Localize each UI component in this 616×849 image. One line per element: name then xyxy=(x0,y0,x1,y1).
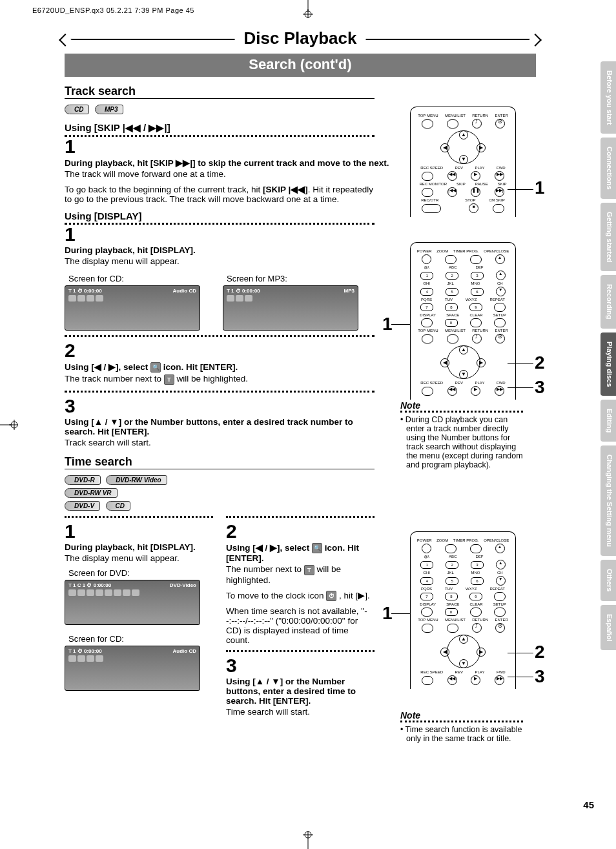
callout-r2-1: 1 xyxy=(382,314,393,334)
badge-dvdr: DVD-R xyxy=(65,475,101,485)
screen-cd-caption: Screen for CD: xyxy=(68,274,210,283)
tab-others[interactable]: Others xyxy=(601,560,616,600)
t-icon: T xyxy=(164,374,174,385)
callout-r2-3: 3 xyxy=(535,377,545,398)
using-display: Using [DISPLAY] xyxy=(65,210,375,225)
time-step2-number: 2 xyxy=(226,522,375,541)
clock-icon: ⏱ xyxy=(326,591,336,601)
remote-diagram-3: POWERZOOMTIMER PROG.OPEN/CLOSE ▲ @/.ABCD… xyxy=(410,531,516,689)
separator xyxy=(226,650,375,652)
note-track-search: Note • During CD playback you can enter … xyxy=(400,400,523,469)
badge-mp3: MP3 xyxy=(95,105,124,114)
text: To go back to the beginning of the curre… xyxy=(65,185,263,194)
cropmark-bottom xyxy=(295,831,321,849)
time-step1-detail: The display menu will appear. xyxy=(65,553,213,563)
badge-cd: CD xyxy=(106,501,130,511)
separator xyxy=(65,334,375,337)
note-text: • During CD playback you can enter a tra… xyxy=(400,415,523,469)
title-rule: Disc Playback xyxy=(65,39,536,60)
time-step2-instruction: Using [◀ / ▶], select 🔍 icon. Hit [ENTER… xyxy=(226,542,375,563)
screen-mp3-caption: Screen for MP3: xyxy=(227,274,368,283)
tab-editing[interactable]: Editing xyxy=(601,400,616,442)
tab-espanol[interactable]: Español xyxy=(601,605,616,651)
section-track-search: Track search xyxy=(65,85,375,99)
screen-cd-right: Audio CD xyxy=(173,288,196,294)
using-skip: Using [SKIP |◀◀ / ▶▶|] xyxy=(65,122,375,137)
cropmark-top xyxy=(295,0,321,18)
badge-dvdrw-video: DVD-RW Video xyxy=(106,475,167,485)
badge-dvdrw-vr: DVD-RW VR xyxy=(65,488,118,498)
time-step3-number: 3 xyxy=(226,656,375,675)
note-title: Note xyxy=(400,400,523,413)
step1-extra: To go back to the beginning of the curre… xyxy=(65,184,375,204)
badge-cd: CD xyxy=(65,105,89,114)
callout-1: 1 xyxy=(535,178,545,198)
screen-cd2-right: Audio CD xyxy=(173,648,196,654)
callout-r3-1: 1 xyxy=(382,603,393,624)
callout-r3-3: 3 xyxy=(535,666,545,687)
note-time-search: Note • Time search function is available… xyxy=(400,710,523,743)
screen-cd-mockup: T 1 ⏱ 0:00:00Audio CD xyxy=(65,285,200,331)
tab-playing-discs[interactable]: Playing discs xyxy=(601,332,616,396)
time-step2-note: When time search is not available, "--:-… xyxy=(226,606,375,645)
separator xyxy=(65,516,213,518)
search-icon: 🔍 xyxy=(312,543,322,553)
display-step3-instruction: Using [▲ / ▼] or the Number buttons, ent… xyxy=(65,417,375,436)
screen-cd-left: T 1 ⏱ 0:00:00 xyxy=(68,288,102,294)
time-step1-instruction: During playback, hit [DISPLAY]. xyxy=(65,542,213,552)
separator xyxy=(226,516,375,518)
screen-cd2-mockup: T 1 ⏱ 0:00:00Audio CD xyxy=(65,646,200,691)
tab-changing-setting-menu[interactable]: Changing the Setting menu xyxy=(601,445,616,556)
section-time-search: Time search xyxy=(65,455,375,469)
screen-dvd-left: T 1 C 1 ⏱ 0:00:00 xyxy=(68,582,111,588)
t-icon: T xyxy=(304,565,314,575)
screen-mp3-mockup: T 1 ⏱ 0:00:00MP3 xyxy=(223,285,358,331)
main-title: Disc Playback xyxy=(235,28,366,48)
side-tabs: Before you start Connections Getting sta… xyxy=(601,61,616,654)
tab-getting-started[interactable]: Getting started xyxy=(601,203,616,271)
time-step3-detail: Time search will start. xyxy=(226,707,375,717)
screen-dvd-right: DVD-Video xyxy=(170,582,196,588)
screen-mp3-right: MP3 xyxy=(344,288,354,294)
time-step3-instruction: Using [▲ / ▼] or the Number buttons, ent… xyxy=(226,677,375,706)
separator xyxy=(65,390,375,393)
skip-back-label: [SKIP |◀◀] xyxy=(263,185,308,194)
callout-r2-2: 2 xyxy=(535,353,545,373)
note-title: Note xyxy=(400,710,523,722)
time-step1-number: 1 xyxy=(65,522,213,541)
note-text: • Time search function is available only… xyxy=(400,725,523,743)
tab-connections[interactable]: Connections xyxy=(601,138,616,199)
disc-badges-time: DVD-R DVD-RW Video DVD-RW VR DVD-V CD xyxy=(65,473,213,512)
screen-cd2-caption: Screen for CD: xyxy=(68,634,213,644)
time-step2-detail: The number next to T will be highlighted… xyxy=(226,564,375,584)
page-number: 45 xyxy=(583,799,594,810)
tab-before-you-start[interactable]: Before you start xyxy=(601,61,616,134)
time-step2-extra: To move to the clock icon ⏱ , hit [▶]. xyxy=(226,590,375,601)
display-step1-number: 1 xyxy=(65,225,536,244)
badge-dvdv: DVD-V xyxy=(65,501,100,511)
screen-dvd-caption: Screen for DVD: xyxy=(68,568,213,578)
cropmark-left xyxy=(0,412,18,438)
remote-diagram-2: POWERZOOMTIMER PROG.OPEN/CLOSE ▲ @/.ABCD… xyxy=(410,242,516,400)
search-icon: 🔍 xyxy=(150,362,161,373)
screen-mp3-left: T 1 ⏱ 0:00:00 xyxy=(227,288,260,294)
screen-cd2-left: T 1 ⏱ 0:00:00 xyxy=(68,648,102,654)
tab-recording[interactable]: Recording xyxy=(601,275,616,328)
remote-diagram-1: TOP MENUMENU/LISTRETURNENTER ⤴⦿ ▲▼ ◀▶ RE… xyxy=(410,107,516,217)
callout-r3-2: 2 xyxy=(535,642,545,662)
screen-dvd-mockup: T 1 C 1 ⏱ 0:00:00DVD-Video xyxy=(65,580,200,625)
